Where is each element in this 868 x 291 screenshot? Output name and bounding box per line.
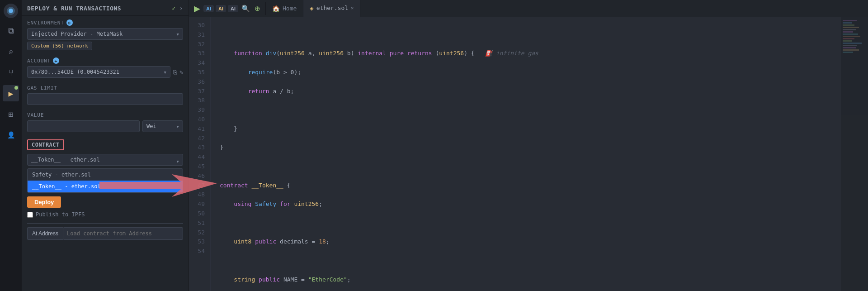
code-line-35: } (218, 124, 841, 134)
contract-option-token[interactable]: __Token__ - ether.sol (28, 181, 183, 192)
divider (27, 223, 183, 224)
logo-icon[interactable] (4, 4, 18, 18)
tab-close-button[interactable]: ✕ (351, 5, 354, 10)
deploy-icon[interactable]: ▶ (3, 85, 19, 101)
gas-limit-section: GAS LIMIT 3000000 (22, 81, 189, 109)
ai-button-1[interactable]: AI (203, 5, 214, 12)
line-numbers: 30 31 32 33 34 35 36 37 38 39 40 41 42 4… (189, 17, 211, 291)
side-panel: DEPLOY & RUN TRANSACTIONS ✓ › ENVIRONMEN… (22, 0, 189, 291)
run-button[interactable]: ▶ (193, 2, 202, 15)
account-select[interactable]: 0x780...54CDE (0.0045423321 (27, 66, 170, 78)
code-line-31: function div(uint256 a, uint256 b) inter… (218, 49, 841, 58)
env-info-icon[interactable]: ⚙ (66, 19, 73, 26)
contract-section: CONTRACT Safety - ether.sol __Token__ - … (22, 136, 189, 243)
value-row: 0 Wei Gwei Ether (27, 120, 183, 132)
minimap (841, 17, 868, 291)
environment-label: ENVIRONMENT ⚙ (27, 19, 183, 26)
side-panel-header: DEPLOY & RUN TRANSACTIONS ✓ › (22, 0, 189, 16)
plugin-icon[interactable]: ⊞ (3, 106, 19, 122)
code-line-39: using Safety for uint256; (218, 200, 841, 209)
tab-ether-sol-label: ether.sol (316, 5, 348, 11)
code-line-40 (218, 219, 841, 228)
at-address-button[interactable]: At Address (27, 227, 63, 240)
value-input[interactable]: 0 (27, 120, 140, 132)
account-section: ACCOUNT + 0x780...54CDE (0.0045423321 ⎘ … (22, 54, 189, 81)
code-line-42 (218, 256, 841, 266)
tab-home-label: Home (283, 5, 297, 12)
code-line-33: return a / b; (218, 87, 841, 96)
panel-title: DEPLOY & RUN TRANSACTIONS (27, 5, 121, 12)
contract-select[interactable]: Safety - ether.sol __Token__ - ether.sol (27, 154, 183, 166)
code-line-38: contract __Token__ { (218, 181, 841, 191)
code-line-30 (218, 30, 841, 40)
tab-bar-actions: ▶ AI AI AI 🔍 ⊕ (189, 2, 266, 15)
load-contract-input[interactable] (63, 227, 183, 240)
people-icon[interactable]: 👤 (3, 127, 19, 143)
chevron-right-icon[interactable]: › (179, 5, 183, 12)
code-line-37 (218, 162, 841, 172)
code-line-36: } (218, 143, 841, 153)
code-content[interactable]: function div(uint256 a, uint256 b) inter… (211, 17, 841, 291)
unit-select[interactable]: Wei Gwei Ether (142, 120, 183, 132)
unit-select-wrapper: Wei Gwei Ether (142, 120, 183, 132)
tab-ether-sol[interactable]: ◈ ether.sol ✕ (303, 0, 360, 17)
account-select-wrapper: 0x780...54CDE (0.0045423321 (27, 66, 170, 78)
main-area: ▶ AI AI AI 🔍 ⊕ 🏠 Home ◈ ether.sol ✕ 30 3… (189, 0, 868, 291)
code-line-41: uint8 public decimals = 18; (218, 237, 841, 247)
value-section: VALUE 0 Wei Gwei Ether (22, 109, 189, 136)
edit-icon[interactable]: ✎ (179, 69, 183, 76)
environment-section: ENVIRONMENT ⚙ Injected Provider - MetaMa… (22, 16, 189, 54)
svg-point-1 (9, 9, 13, 13)
contract-dropdown-options: Safety - ether.sol __Token__ - ether.sol (27, 168, 183, 193)
deploy-button[interactable]: Deploy (27, 196, 61, 208)
code-line-34 (218, 105, 841, 115)
account-row: 0x780...54CDE (0.0045423321 ⎘ ✎ (27, 66, 183, 78)
file-icon: ◈ (310, 5, 313, 12)
contract-label: CONTRACT (27, 139, 64, 150)
value-label: VALUE (27, 112, 183, 118)
gas-limit-label: GAS LIMIT (27, 85, 183, 91)
search-icon[interactable]: ⌕ (3, 43, 19, 60)
network-badge: Custom (56) network (27, 42, 92, 50)
account-info-icon[interactable]: + (53, 57, 59, 64)
contract-select-wrapper: Safety - ether.sol __Token__ - ether.sol (27, 154, 183, 168)
environment-select[interactable]: Injected Provider - MetaMask JavaScript … (27, 28, 183, 40)
ai-button-2[interactable]: AI (216, 5, 226, 12)
tab-bar: ▶ AI AI AI 🔍 ⊕ 🏠 Home ◈ ether.sol ✕ (189, 0, 868, 17)
header-icons: ✓ › (172, 5, 183, 12)
account-label: ACCOUNT + (27, 57, 183, 64)
ai-button-3[interactable]: AI (228, 5, 238, 12)
tab-home[interactable]: 🏠 Home (266, 0, 303, 17)
publish-label: Publish to IPFS (36, 211, 85, 218)
code-line-43: string public NAME = "EtherCode"; (218, 275, 841, 285)
zoom-button[interactable]: ⊕ (253, 3, 262, 14)
home-icon: 🏠 (272, 5, 280, 12)
contract-option-safety[interactable]: Safety - ether.sol (28, 169, 183, 181)
git-icon[interactable]: ⑂ (3, 64, 19, 81)
check-icon[interactable]: ✓ (172, 5, 175, 12)
files-icon[interactable]: ⧉ (3, 23, 19, 39)
at-address-row: At Address (27, 227, 183, 240)
copy-icon[interactable]: ⎘ (173, 69, 177, 76)
code-area: 30 31 32 33 34 35 36 37 38 39 40 41 42 4… (189, 17, 868, 291)
gas-limit-input[interactable]: 3000000 (27, 93, 183, 105)
publish-ipfs-checkbox[interactable] (27, 212, 33, 218)
deploy-badge (14, 86, 18, 90)
publish-row: Publish to IPFS (27, 211, 183, 218)
code-line-32: require(b > 0); (218, 68, 841, 77)
environment-select-wrapper: Injected Provider - MetaMask JavaScript … (27, 28, 183, 40)
search-button[interactable]: 🔍 (240, 3, 251, 14)
activity-bar: ⧉ ⌕ ⑂ ▶ ⊞ 👤 (0, 0, 22, 291)
